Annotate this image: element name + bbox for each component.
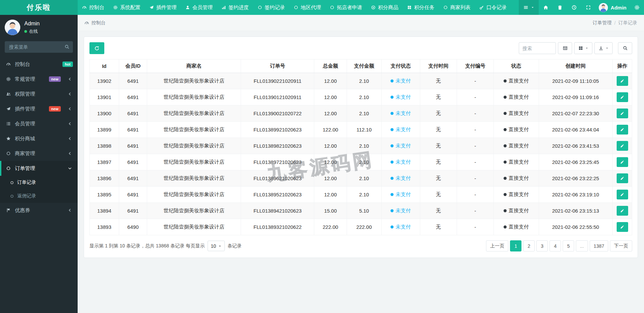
- column-header-11[interactable]: 操作: [613, 59, 632, 73]
- edit-button[interactable]: [617, 125, 628, 135]
- table-search-input[interactable]: [519, 42, 556, 54]
- nav-item-console[interactable]: 控制台: [78, 0, 109, 15]
- menu-toggle-dropdown[interactable]: [519, 0, 539, 15]
- status-dot-icon: [391, 96, 394, 99]
- list-icon: [5, 121, 11, 126]
- sidebar-item-plugin-manage[interactable]: 插件管理new: [0, 101, 78, 116]
- online-status[interactable]: 在线: [24, 28, 39, 34]
- breadcrumb[interactable]: 控制台: [84, 20, 106, 26]
- nav-item-merchant-list[interactable]: 商家列表: [439, 0, 475, 15]
- edit-button[interactable]: [617, 222, 628, 232]
- column-header-2[interactable]: 商家名: [147, 59, 241, 73]
- cell-pay-no: -: [457, 154, 493, 170]
- chevron-left-icon: [67, 208, 73, 213]
- pagination-page-2[interactable]: 2: [523, 240, 535, 251]
- clear-cache-button[interactable]: [553, 0, 567, 15]
- refresh-button[interactable]: [89, 42, 104, 54]
- cell-paid: 2.10: [347, 170, 381, 187]
- log-button[interactable]: [567, 0, 581, 15]
- column-header-5[interactable]: 支付金额: [347, 59, 381, 73]
- home-button[interactable]: [539, 0, 553, 15]
- cell-order-no: FLL01389721020623: [241, 154, 314, 170]
- sidebar-search-input[interactable]: [5, 41, 73, 53]
- column-header-4[interactable]: 总金额: [314, 59, 347, 73]
- nav-item-plugin-manage[interactable]: 插件管理: [145, 0, 181, 15]
- chevron-left-icon: [67, 121, 73, 126]
- cell-merchant: 世纪陆壹捌美妆形象设计店: [147, 187, 241, 203]
- records-info: 显示第 1 到第 10 条记录，总共 13868 条记录 每页显示 10 条记录: [89, 241, 242, 251]
- sidebar-item-general-manage[interactable]: 常规管理new: [0, 72, 78, 87]
- column-header-9[interactable]: 状态: [494, 59, 539, 73]
- caret-up-icon: [218, 244, 221, 247]
- edit-button[interactable]: [617, 92, 628, 102]
- nav-item-region-agent[interactable]: 地区代理: [289, 0, 325, 15]
- sidebar-item-auth-manage[interactable]: 权限管理: [0, 87, 78, 101]
- pagination-page-1[interactable]: 1: [510, 240, 521, 251]
- breadcrumb-section: 订单管理: [593, 20, 612, 26]
- status-dot-icon: [504, 144, 507, 147]
- cell-merchant: 世纪陆壹捌美妆形象设计店: [147, 138, 241, 154]
- column-header-0[interactable]: Id: [90, 59, 119, 73]
- sidebar-subitem-order-record[interactable]: 订单记录: [0, 176, 78, 189]
- pagination-next[interactable]: 下一页: [610, 240, 632, 251]
- sidebar-item-points-mall[interactable]: 积分商城: [0, 131, 78, 146]
- cell-pay-status: 未支付: [381, 138, 420, 154]
- settings-button[interactable]: [630, 0, 644, 15]
- columns-button[interactable]: [574, 42, 592, 54]
- column-header-1[interactable]: 会员ID: [119, 59, 147, 73]
- column-header-7[interactable]: 支付时间: [420, 59, 457, 73]
- brand-logo[interactable]: 付乐啦: [0, 0, 78, 15]
- column-header-3[interactable]: 订单号: [241, 59, 314, 73]
- column-header-6[interactable]: 支付状态: [381, 59, 420, 73]
- cell-pay-status: 未支付: [381, 73, 420, 89]
- cell-member-id: 6491: [119, 187, 147, 203]
- edit-button[interactable]: [617, 190, 628, 199]
- cell-order-no: FLL01389521020623: [241, 187, 314, 203]
- sidebar-item-order-manage[interactable]: 订单管理: [0, 161, 78, 176]
- sidebar-item-coupon[interactable]: 优惠券: [0, 203, 78, 218]
- cell-id: 13894: [90, 203, 119, 219]
- badge-new: new: [49, 106, 61, 112]
- nav-item-sign-progress[interactable]: 签约进度: [217, 0, 253, 15]
- order-table-card: Id会员ID商家名订单号总金额支付金额支付状态支付时间支付编号状态创建时间操作 …: [84, 37, 638, 258]
- search-toggle-button[interactable]: [618, 42, 632, 54]
- sidebar-item-console[interactable]: 控制台hot: [0, 57, 78, 72]
- nav-item-points-goods[interactable]: 积分商品: [367, 0, 403, 15]
- pagination-page-1387[interactable]: 1387: [590, 240, 608, 251]
- toggle-view-button[interactable]: [558, 42, 572, 54]
- nav-item-system-config[interactable]: 系统配置: [109, 0, 145, 15]
- table-row: 13898 6491 世纪陆壹捌美妆形象设计店 FLL0138982102062…: [90, 138, 632, 154]
- table-row: 13897 6491 世纪陆壹捌美妆形象设计店 FLL0138972102062…: [90, 154, 632, 170]
- export-button[interactable]: [594, 42, 613, 54]
- page-size-dropdown[interactable]: 10: [208, 241, 225, 251]
- edit-button[interactable]: [617, 109, 628, 118]
- nav-item-token-record[interactable]: 口令记录: [475, 0, 511, 15]
- table-toolbar: [89, 42, 632, 54]
- circle-icon: [258, 5, 262, 10]
- pencil-icon: [620, 79, 624, 83]
- pencil-icon: [620, 160, 624, 164]
- cell-order-no: FLL01389821020623: [241, 138, 314, 154]
- edit-button[interactable]: [617, 141, 628, 151]
- sidebar-item-merchant-manage[interactable]: 商家管理: [0, 146, 78, 161]
- nav-item-points-task[interactable]: 积分任务: [403, 0, 439, 15]
- search-icon[interactable]: [64, 44, 70, 49]
- nav-item-sign-record[interactable]: 签约记录: [253, 0, 289, 15]
- nav-item-store-apply[interactable]: 拓店者申请: [325, 0, 367, 15]
- pagination-page-4[interactable]: 4: [549, 240, 561, 251]
- edit-button[interactable]: [617, 173, 628, 183]
- nav-item-member-manage[interactable]: 会员管理: [181, 0, 217, 15]
- sidebar-subitem-rebate-record[interactable]: 返佣记录: [0, 189, 78, 203]
- fullscreen-button[interactable]: [581, 0, 595, 15]
- sidebar-item-member-manage[interactable]: 会员管理: [0, 116, 78, 131]
- user-menu[interactable]: Admin: [595, 0, 630, 15]
- edit-button[interactable]: [617, 76, 628, 86]
- column-header-10[interactable]: 创建时间: [539, 59, 613, 73]
- edit-button[interactable]: [617, 206, 628, 216]
- edit-button[interactable]: [617, 157, 628, 167]
- pagination-prev[interactable]: 上一页: [486, 240, 508, 251]
- pagination-page-3[interactable]: 3: [536, 240, 548, 251]
- column-header-8[interactable]: 支付编号: [457, 59, 493, 73]
- pagination-page-5[interactable]: 5: [563, 240, 574, 251]
- key-icon: [479, 5, 484, 10]
